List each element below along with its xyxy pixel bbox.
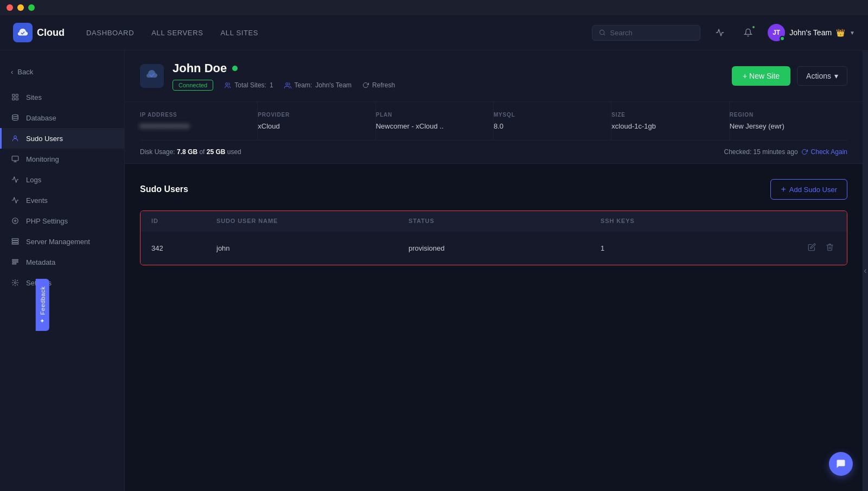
crown-icon: 👑 [836,29,845,37]
maximize-dot[interactable] [28,4,35,11]
logo[interactable]: Cloud [13,23,65,42]
status-indicator [232,66,238,71]
close-dot[interactable] [7,4,13,11]
logo-text: Cloud [37,27,65,39]
spec-plan: PLAN Newcomer - xCloud .. [376,102,494,140]
sidebar-database-label: Database [26,114,56,122]
chat-button[interactable] [829,452,853,476]
spec-ip: IP ADDRESS ●●●●●●●●●● [140,102,258,140]
sidebar: ‹ Back Sites Database [0,50,125,491]
sidebar-item-sites[interactable]: Sites [0,87,124,107]
mysql-label: MYSQL [494,112,611,118]
total-sites-value: 1 [270,81,273,89]
row-status: provisioned [409,244,601,252]
search-box[interactable] [592,25,700,41]
mysql-value: 8.0 [494,122,611,130]
server-specs: IP ADDRESS ●●●●●●●●●● PROVIDER xCloud PL… [140,102,847,141]
spec-provider: PROVIDER xCloud [258,102,375,140]
sidebar-item-database[interactable]: Database [0,107,124,128]
svg-point-15 [14,282,16,284]
users-icon [224,82,231,89]
refresh-small-icon [801,149,808,155]
svg-point-17 [285,82,288,85]
sidebar-item-events[interactable]: Events [0,190,124,211]
team-avatar: JT [768,24,785,41]
refresh-icon [362,82,369,88]
server-actions: + New Site Actions ▾ [732,66,847,86]
actions-chevron-icon: ▾ [834,72,838,80]
provider-value: xCloud [258,122,375,130]
chevron-down-icon: ▼ [850,30,855,36]
logo-icon [13,23,33,42]
region-value: New Jersey (ewr) [730,122,847,130]
svg-rect-13 [12,262,18,263]
trash-icon [826,243,834,251]
disk-usage-text: Disk Usage: 7.8 GB of 25 GB used [140,148,241,156]
ip-value: ●●●●●●●●●● [140,122,257,130]
svg-rect-1 [12,94,15,97]
svg-rect-4 [16,98,18,100]
team-label: Team: [295,81,312,89]
main-content: John Doe Connected Total Sites: 1 Team: [125,50,863,491]
total-sites-item: Total Sites: 1 [224,81,273,89]
sidebar-item-php-settings[interactable]: PHP Settings [0,211,124,231]
chat-icon [835,458,846,469]
team-item: Team: John's Team [284,81,352,89]
sidebar-logs-label: Logs [26,176,41,184]
nav-all-sites[interactable]: ALL SITES [221,29,259,37]
feedback-icon: ✦ [39,318,46,323]
sites-icon [11,93,20,101]
sidebar-item-server-management[interactable]: Server Management [0,231,124,252]
sidebar-events-label: Events [26,196,48,205]
sidebar-item-settings[interactable]: Settings [0,272,124,293]
search-input[interactable] [610,29,694,37]
team-icon [284,82,291,89]
nav-all-servers[interactable]: ALL SERVERS [151,29,203,37]
check-again-row: Checked: 15 minutes ago Check Again [724,148,847,156]
new-site-button[interactable]: + New Site [732,66,790,86]
server-mgmt-icon [11,237,20,246]
svg-rect-14 [12,263,16,264]
notification-dot [751,25,756,29]
back-button[interactable]: ‹ Back [0,63,124,87]
svg-point-5 [12,114,18,117]
check-again-button[interactable]: Check Again [811,148,847,156]
feedback-tab[interactable]: ✦ Feedback [36,278,49,330]
add-sudo-user-button[interactable]: + Add Sudo User [770,179,847,200]
back-label: Back [17,68,33,76]
server-name: John Doe [173,61,395,75]
activity-button[interactable] [711,24,729,41]
region-label: REGION [730,112,847,118]
nav-right: JT John's Team 👑 ▼ [592,24,855,41]
plan-label: PLAN [376,112,493,118]
sidebar-item-metadata[interactable]: Metadata [0,252,124,272]
delete-button[interactable] [824,241,836,255]
edit-button[interactable] [806,241,818,255]
server-logo [140,64,164,88]
sidebar-sudo-users-label: Sudo Users [26,135,63,143]
refresh-label: Refresh [372,81,395,89]
server-header: John Doe Connected Total Sites: 1 Team: [125,50,863,102]
spec-size: SIZE xcloud-1c-1gb [611,102,729,140]
notifications-button[interactable] [739,24,757,41]
th-actions [793,218,836,224]
nav-dashboard[interactable]: DASHBOARD [86,29,134,37]
row-username: john [216,244,409,252]
team-button[interactable]: JT John's Team 👑 ▼ [768,24,855,41]
sidebar-item-sudo-users[interactable]: Sudo Users [0,128,124,149]
right-resize-handle[interactable] [863,50,868,491]
events-icon [11,196,20,205]
svg-rect-11 [12,243,18,244]
sidebar-nav: Sites Database Sudo Users [0,87,124,293]
sidebar-sites-label: Sites [26,93,42,101]
sidebar-metadata-label: Metadata [26,258,55,266]
actions-button[interactable]: Actions ▾ [797,66,847,86]
th-id: ID [151,218,216,224]
minimize-dot[interactable] [17,4,24,11]
sidebar-item-monitoring[interactable]: Monitoring [0,149,124,169]
server-name-row: John Doe Connected Total Sites: 1 Team: [173,61,395,91]
plus-icon: + [781,184,786,194]
sidebar-item-logs[interactable]: Logs [0,169,124,190]
refresh-button[interactable]: Refresh [362,81,395,89]
metadata-icon [11,258,20,266]
